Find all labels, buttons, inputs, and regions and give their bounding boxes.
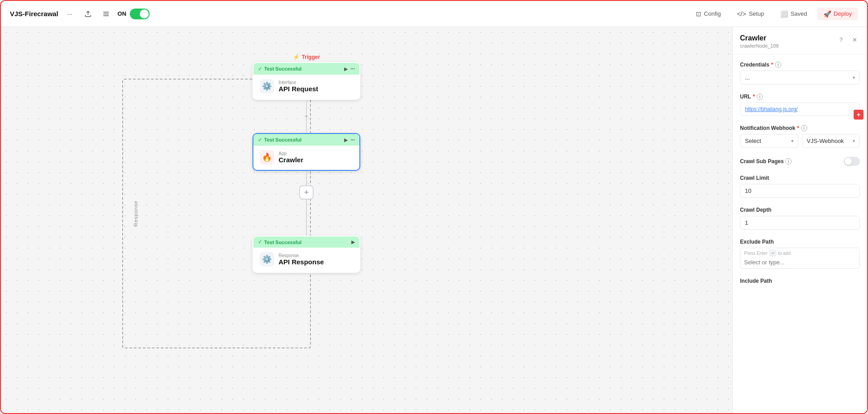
node-api-request[interactable]: ✓ Test Successful ▶ ··· ⚙️ Interface API… <box>252 62 360 100</box>
node1-name: API Request <box>279 85 318 93</box>
add-node-button[interactable]: + <box>299 185 314 200</box>
node1-status: Test Successful <box>264 66 301 71</box>
webhook-type-chevron-icon: ▾ <box>791 138 793 143</box>
webhook-type-select[interactable]: Select ▾ <box>740 134 798 148</box>
list-button[interactable] <box>100 8 112 20</box>
exclude-path-field-group: Exclude Path Press Enter ⏎ to add. <box>740 239 860 269</box>
url-field[interactable]: https://bhailang.js.org/ <box>740 102 860 116</box>
check-icon: ✓ <box>258 66 262 72</box>
credentials-required: * <box>771 62 773 68</box>
url-required: * <box>753 93 755 100</box>
crawl-sub-pages-row: Crawl Sub Pages i <box>740 157 860 166</box>
crawl-depth-input[interactable]: 1 <box>740 216 860 230</box>
enter-kbd: ⏎ <box>769 250 776 256</box>
export-button[interactable] <box>82 8 94 20</box>
config-icon: ⊡ <box>696 10 701 18</box>
credentials-select[interactable]: ... ▾ <box>740 71 860 85</box>
crawl-limit-label: Crawl Limit <box>740 175 860 181</box>
node3-status: Test Successful <box>264 240 301 245</box>
node1-icon: ⚙️ <box>260 79 274 93</box>
webhook-value-chevron-icon: ▾ <box>853 138 855 143</box>
exclude-path-hint: Press Enter ⏎ to add. <box>744 250 856 256</box>
toggle-area: ON <box>118 9 150 19</box>
node3-name: API Response <box>279 258 324 266</box>
node1-header-left: ✓ Test Successful <box>258 66 301 72</box>
panel-title: Crawler <box>740 34 779 42</box>
app-title: VJS-Firecrawal <box>10 10 58 18</box>
webhook-label: Notification Webhook * i <box>740 125 860 131</box>
node2-name: Crawler <box>279 156 303 164</box>
include-path-label: Include Path <box>740 278 860 284</box>
node2-header-right: ▶ ··· <box>344 137 355 143</box>
include-path-field-group: Include Path <box>740 278 860 284</box>
header: VJS-Firecrawal ··· ON ⊡ Config </> Setup <box>1 1 867 27</box>
node2-status: Test Successful <box>264 137 301 142</box>
node2-icon: 🔥 <box>260 150 274 165</box>
webhook-type-value: Select <box>745 138 761 144</box>
node3-header-right: ▶ <box>351 240 355 245</box>
main-content: Response ⚡ Trigger ✓ Test Successful <box>1 27 867 413</box>
connector-2 <box>306 119 307 133</box>
webhook-required: * <box>797 125 799 131</box>
toggle-label: ON <box>118 10 127 17</box>
play-icon[interactable]: ▶ <box>344 67 348 71</box>
crawl-sub-pages-label: Crawl Sub Pages i <box>740 158 792 165</box>
node2-info: App Crawler <box>279 151 303 164</box>
node1-type: Interface <box>279 80 318 85</box>
config-button[interactable]: ⊡ Config <box>690 8 727 20</box>
deploy-icon: 🚀 <box>824 10 831 18</box>
on-off-toggle[interactable] <box>130 9 150 19</box>
node1-body: ⚙️ Interface API Request <box>253 75 359 99</box>
canvas[interactable]: Response ⚡ Trigger ✓ Test Successful <box>1 27 732 413</box>
setup-button[interactable]: </> Setup <box>731 8 770 20</box>
crawl-sub-pages-info-icon[interactable]: i <box>785 158 792 165</box>
help-button[interactable]: ? <box>836 34 846 45</box>
dots-icon[interactable]: ··· <box>350 66 355 72</box>
node-api-response[interactable]: ✓ Test Successful ▶ ⚙️ Response API Resp… <box>252 236 360 273</box>
exclude-path-tag-input[interactable]: Press Enter ⏎ to add. <box>740 248 860 269</box>
check-icon-2: ✓ <box>258 137 262 143</box>
crawl-limit-field-group: Crawl Limit 10 <box>740 175 860 198</box>
crawl-sub-pages-toggle[interactable] <box>844 157 860 166</box>
flow-container: ⚡ Trigger ✓ Test Successful ▶ ··· <box>252 54 360 273</box>
more-options-button[interactable]: ··· <box>64 8 76 20</box>
check-icon-3: ✓ <box>258 239 262 245</box>
node2-header: ✓ Test Successful ▶ ··· <box>253 134 359 146</box>
panel-subtitle: crawlerNode_109 <box>740 43 779 49</box>
crawl-limit-input[interactable]: 10 <box>740 184 860 198</box>
credentials-label: Credentials * i <box>740 62 860 68</box>
node2-body: 🔥 App Crawler <box>253 146 359 170</box>
panel-body: Credentials * i ... ▾ URL * i <box>733 54 867 413</box>
url-field-wrapper: https://bhailang.js.org/ + <box>740 102 860 116</box>
url-field-group: URL * i https://bhailang.js.org/ + <box>740 93 860 116</box>
dots-icon-2[interactable]: ··· <box>350 137 355 143</box>
credentials-value: ... <box>745 74 750 81</box>
node3-body: ⚙️ Response API Response <box>253 248 359 272</box>
credentials-field-group: Credentials * i ... ▾ <box>740 62 860 85</box>
crawl-depth-label: Crawl Depth <box>740 207 860 213</box>
credentials-info-icon[interactable]: i <box>775 62 781 68</box>
webhook-info-icon[interactable]: i <box>801 125 807 131</box>
trigger-icon: ⚡ <box>293 54 300 60</box>
exclude-path-input[interactable] <box>744 256 856 267</box>
url-add-button[interactable]: + <box>854 110 864 120</box>
node-crawler[interactable]: ✓ Test Successful ▶ ··· 🔥 App Crawler <box>252 133 360 171</box>
node1-info: Interface API Request <box>279 80 318 93</box>
close-button[interactable]: ✕ <box>849 34 860 45</box>
webhook-value-select[interactable]: VJS-Webhook ▾ <box>802 134 860 148</box>
crawl-depth-field-group: Crawl Depth 1 <box>740 207 860 230</box>
play-icon-3[interactable]: ▶ <box>351 240 355 245</box>
node1-header-right: ▶ ··· <box>344 66 355 72</box>
node3-info: Response API Response <box>279 253 324 266</box>
panel-header-icons: ? ✕ <box>836 34 860 45</box>
exclude-path-label: Exclude Path <box>740 239 860 245</box>
panel-header: Crawler crawlerNode_109 ? ✕ <box>733 27 867 54</box>
play-icon-2[interactable]: ▶ <box>344 138 348 142</box>
saved-button[interactable]: ⬜ Saved <box>774 8 814 20</box>
url-info-icon[interactable]: i <box>757 93 763 100</box>
connector-4 <box>306 200 307 236</box>
right-panel: Crawler crawlerNode_109 ? ✕ Credentials … <box>732 27 867 413</box>
node2-header-left: ✓ Test Successful <box>258 137 301 143</box>
deploy-button[interactable]: 🚀 Deploy <box>817 8 858 20</box>
credentials-chevron-icon: ▾ <box>853 75 855 80</box>
